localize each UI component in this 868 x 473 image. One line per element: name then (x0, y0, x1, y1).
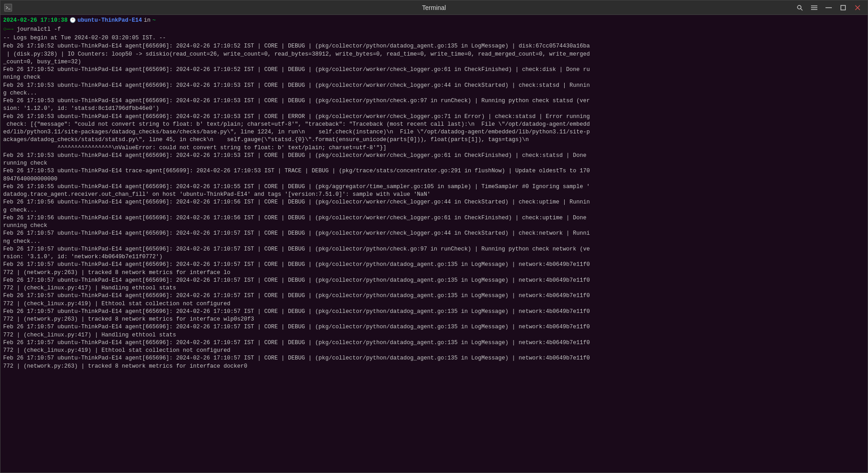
minimize-button[interactable] (822, 3, 835, 13)
log-line: datadog.trace_agent.receiver.out_chan_fi… (3, 191, 865, 199)
log-line: Feb 26 17:10:53 ubuntu-ThinkPad-E14 agen… (3, 152, 865, 160)
log-line: 772 | (network.py:263) | tracked 8 netwo… (3, 269, 865, 277)
log-line: running check (3, 222, 865, 230)
svg-line-3 (801, 9, 802, 10)
log-line: Feb 26 17:10:57 ubuntu-ThinkPad-E14 agen… (3, 292, 865, 300)
log-line: Feb 26 17:10:56 ubuntu-ThinkPad-E14 agen… (3, 199, 865, 206)
log-line: Feb 26 17:10:57 ubuntu-ThinkPad-E14 agen… (3, 261, 865, 269)
log-line: Feb 26 17:10:57 ubuntu-ThinkPad-E14 agen… (3, 355, 865, 362)
log-lines-container: Feb 26 17:10:52 ubuntu-ThinkPad-E14 agen… (3, 43, 865, 370)
prompt-hostname: ubuntu-ThinkPad-E14 (78, 17, 142, 25)
log-line: 772 | (network.py:263) | tracked 8 netwo… (3, 363, 865, 370)
titlebar: Terminal (0, 0, 868, 15)
window-controls (793, 3, 864, 13)
svg-rect-8 (841, 5, 845, 10)
prompt-timestamp: 2024-02-26 17:10:38 (3, 17, 68, 25)
log-line: Feb 26 17:10:53 ubuntu-ThinkPad-E14 trac… (3, 167, 865, 175)
logs-begin-line: -- Logs begin at Tue 2024-02-20 03:20:05… (3, 34, 865, 42)
command-line: ○─→ journalctl -f (3, 26, 865, 34)
hamburger-menu-button[interactable] (808, 3, 821, 13)
log-line: nning check (3, 74, 865, 81)
log-line: Feb 26 17:10:55 ubuntu-ThinkPad-E14 agen… (3, 183, 865, 191)
log-line: Feb 26 17:10:56 ubuntu-ThinkPad-E14 agen… (3, 214, 865, 222)
log-line: Feb 26 17:10:52 ubuntu-ThinkPad-E14 agen… (3, 43, 865, 50)
close-button[interactable] (851, 3, 864, 13)
log-line: Feb 26 17:10:53 ubuntu-ThinkPad-E14 agen… (3, 97, 865, 105)
titlebar-left (4, 4, 12, 12)
log-line: 772 | (check_linux.py:417) | Handling et… (3, 284, 865, 292)
terminal-app-icon (4, 4, 12, 12)
log-line: g check... (3, 207, 865, 214)
terminal-window: Terminal (0, 0, 868, 473)
search-button[interactable] (793, 3, 806, 13)
log-line: 8947640000000000 (3, 175, 865, 183)
log-line: ^^^^^^^^^^^^^^^^\nValueError: could not … (3, 144, 865, 152)
arrow-icon: ○─→ (3, 26, 17, 33)
maximize-button[interactable] (837, 3, 849, 13)
log-line: check: [{"message": "could not convert s… (3, 121, 865, 128)
log-line: Feb 26 17:10:53 ubuntu-ThinkPad-E14 agen… (3, 82, 865, 90)
clock-icon: 🕐 (70, 17, 76, 24)
log-line: Feb 26 17:10:57 ubuntu-ThinkPad-E14 agen… (3, 246, 865, 253)
terminal-content[interactable]: 2024-02-26 17:10:38 🕐 ubuntu-ThinkPad-E1… (0, 15, 868, 473)
command-text: journalctl -f (17, 26, 61, 33)
svg-point-2 (797, 5, 801, 9)
window-title: Terminal (422, 4, 446, 11)
log-line: Feb 26 17:10:57 ubuntu-ThinkPad-E14 agen… (3, 308, 865, 316)
log-line: 772 | (network.py:263) | tracked 8 netwo… (3, 316, 865, 323)
log-line: Feb 26 17:10:57 ubuntu-ThinkPad-E14 agen… (3, 277, 865, 284)
log-line: ackages/datadog_checks/statsd/statsd.py\… (3, 136, 865, 144)
log-line: ed/lib/python3.11/site-packages/datadog_… (3, 128, 865, 136)
log-line: g check... (3, 90, 865, 97)
log-line: 772 | (check_linux.py:419) | Ethtool sta… (3, 347, 865, 355)
log-line: Feb 26 17:10:52 ubuntu-ThinkPad-E14 agen… (3, 66, 865, 74)
log-line: running check (3, 160, 865, 167)
log-line: Feb 26 17:10:57 ubuntu-ThinkPad-E14 agen… (3, 230, 865, 237)
log-line: _count=0, busy_time=32) (3, 58, 865, 66)
log-line: sion: '1.12.0', id: 'statsd:8c1d1796dfbb… (3, 105, 865, 113)
prompt-line: 2024-02-26 17:10:38 🕐 ubuntu-ThinkPad-E1… (3, 17, 865, 25)
prompt-path: ~ (152, 17, 156, 25)
log-line: 772 | (check_linux.py:419) | Ethtool sta… (3, 300, 865, 308)
log-line: rsion: '3.1.0', id: 'network:4b0649b7e11… (3, 253, 865, 261)
log-line: | (disk.py:328) | IO Counters: loop50 ->… (3, 51, 865, 58)
prompt-in: in (144, 17, 151, 25)
log-line: ng check... (3, 238, 865, 246)
log-line: Feb 26 17:10:57 ubuntu-ThinkPad-E14 agen… (3, 339, 865, 347)
log-line: 772 | (check_linux.py:417) | Handling et… (3, 331, 865, 339)
log-line: Feb 26 17:10:57 ubuntu-ThinkPad-E14 agen… (3, 323, 865, 331)
log-line: Feb 26 17:10:53 ubuntu-ThinkPad-E14 agen… (3, 113, 865, 121)
